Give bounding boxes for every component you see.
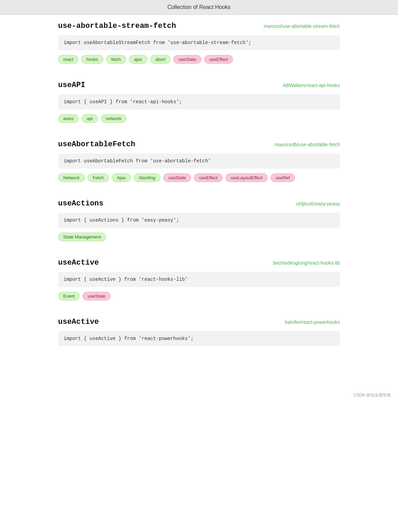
- footer-credit: CSDN @仙女爱吃鱼: [353, 393, 391, 397]
- tag-item[interactable]: react: [58, 55, 78, 64]
- hook-title: useAPI: [58, 81, 85, 89]
- hook-repo-link[interactable]: ABWalters/react-api-hooks: [283, 83, 340, 88]
- hook-section: useActivekalcifer/react-powerhooksimport…: [58, 318, 340, 354]
- tag-item[interactable]: Ajax: [112, 173, 131, 182]
- tag-item[interactable]: Aborting: [134, 173, 161, 182]
- topbar-title: Collection of React Hooks: [167, 4, 231, 10]
- hook-title: useActive: [58, 318, 99, 326]
- hook-header: useActionsctrlplusb/easy-peasy: [58, 199, 340, 208]
- hook-header: use-abortable-stream-fetchmarconi/use-ab…: [58, 22, 340, 30]
- hook-tags: reacthooksfetchajaxabortuseStateuseEffec…: [58, 55, 340, 64]
- tag-item[interactable]: State Management: [58, 233, 106, 241]
- tag-item[interactable]: useLayoutEffect: [225, 173, 268, 182]
- tag-item[interactable]: useEffect: [194, 173, 223, 182]
- hook-repo-link[interactable]: marconi/use-abortable-stream-fetch: [264, 23, 340, 29]
- hook-section: use-abortable-stream-fetchmarconi/use-ab…: [58, 22, 340, 67]
- footer: CSDN @仙女爱吃鱼: [0, 389, 398, 402]
- hook-repo-link[interactable]: ctrlplusb/easy-peasy: [296, 201, 340, 206]
- tag-item[interactable]: useState: [163, 173, 191, 182]
- top-bar: Collection of React Hooks: [0, 0, 398, 15]
- tag-item[interactable]: useRef: [270, 173, 295, 182]
- tag-item[interactable]: useEffect: [204, 55, 233, 64]
- hook-repo-link[interactable]: kalcifer/react-powerhooks: [285, 319, 340, 325]
- tag-item[interactable]: Fetch: [88, 173, 109, 182]
- hook-header: useAPIABWalters/react-api-hooks: [58, 81, 340, 89]
- hook-repo-link[interactable]: beizhedenglong/react-hooks-lib: [273, 260, 340, 266]
- tag-item[interactable]: useState: [82, 292, 110, 300]
- hook-header: useActivebeizhedenglong/react-hooks-lib: [58, 258, 340, 267]
- tag-item[interactable]: network: [101, 114, 127, 123]
- hook-code: import { useActive } from 'react-powerho…: [58, 331, 340, 346]
- tag-item[interactable]: hooks: [81, 55, 103, 64]
- hook-tags: NetworkFetchAjaxAbortinguseStateuseEffec…: [58, 173, 340, 182]
- hook-title: use-abortable-stream-fetch: [58, 22, 176, 30]
- tag-item[interactable]: Event: [58, 292, 80, 300]
- hook-section: useActionsctrlplusb/easy-peasyimport { u…: [58, 199, 340, 245]
- tag-item[interactable]: fetch: [106, 55, 126, 64]
- tag-item[interactable]: Network: [58, 173, 85, 182]
- hook-code: import { useAPI } from 'react-api-hooks'…: [58, 94, 340, 109]
- hook-section: useAPIABWalters/react-api-hooksimport { …: [58, 81, 340, 126]
- hook-title: useActive: [58, 258, 99, 267]
- main-content: use-abortable-stream-fetchmarconi/use-ab…: [44, 15, 354, 389]
- hook-code: import useAbortableFetch from 'use-abort…: [58, 153, 340, 169]
- tag-item[interactable]: ajax: [129, 55, 147, 64]
- tag-item[interactable]: api: [81, 114, 98, 123]
- hook-section: useActivebeizhedenglong/react-hooks-libi…: [58, 258, 340, 304]
- hook-code: import { useActive } from 'react-hooks-l…: [58, 272, 340, 287]
- hook-header: useAbortableFetchmauricedb/use-abortable…: [58, 140, 340, 149]
- tag-item[interactable]: useState: [173, 55, 201, 64]
- tag-item[interactable]: abort: [150, 55, 171, 64]
- hook-code: import { useActions } from 'easy-peasy';: [58, 213, 340, 228]
- hook-tags: State Management: [58, 233, 340, 241]
- hook-section: useAbortableFetchmauricedb/use-abortable…: [58, 140, 340, 185]
- hook-header: useActivekalcifer/react-powerhooks: [58, 318, 340, 326]
- tag-item[interactable]: axios: [58, 114, 79, 123]
- hook-title: useActions: [58, 199, 103, 208]
- hook-repo-link[interactable]: mauricedb/use-abortable-fetch: [275, 142, 340, 147]
- hook-title: useAbortableFetch: [58, 140, 135, 149]
- hook-code: import useAbortableStreamFetch from 'use…: [58, 35, 340, 50]
- hook-tags: EventuseState: [58, 292, 340, 300]
- hook-tags: axiosapinetwork: [58, 114, 340, 123]
